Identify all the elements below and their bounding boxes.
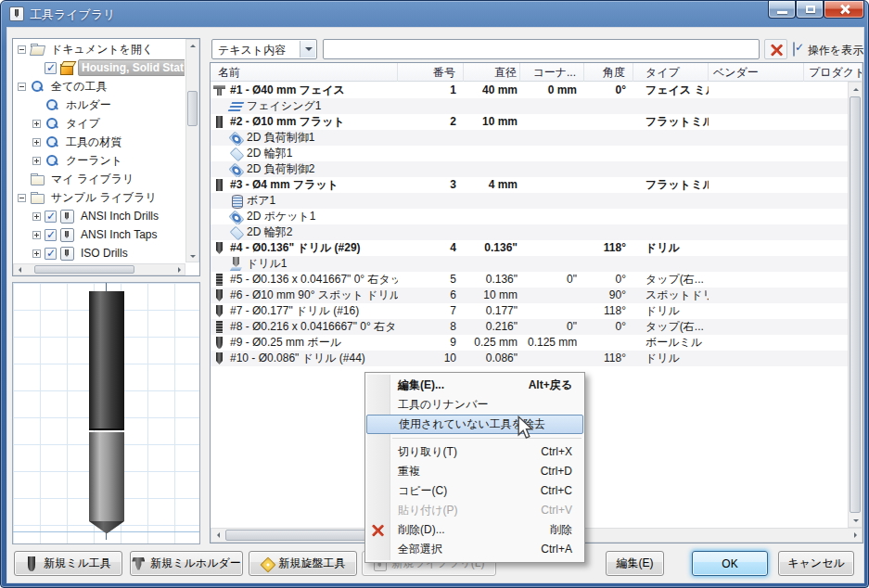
table-row[interactable]: #10 - Ø0.086" ドリル (#44) 10 0.086" 118° ド… xyxy=(211,351,848,366)
tree-item[interactable]: ISO Drills xyxy=(14,244,185,262)
table-row[interactable]: #3 - Ø4 mm フラット 3 4 mm フラットミル xyxy=(211,177,848,193)
search-input[interactable] xyxy=(323,39,760,59)
table-row[interactable]: #2 - Ø10 mm フラット 2 10 mm フラットミル xyxy=(211,114,848,130)
table-row[interactable]: #8 - Ø0.216 x 0.0416667" 0° 右タップ (... 8 … xyxy=(211,319,848,335)
scroll-down-icon[interactable] xyxy=(186,249,198,262)
menu-item[interactable]: 全部選択 Ctrl+A xyxy=(366,540,583,559)
column-header[interactable]: ベンダー xyxy=(709,63,804,82)
scroll-right-icon[interactable] xyxy=(849,530,861,542)
table-row[interactable]: 2D 輪郭2 xyxy=(211,224,848,240)
scroll-down-icon[interactable] xyxy=(850,514,862,526)
tree-item-label[interactable]: ISO Drills xyxy=(78,246,131,261)
scroll-left-icon[interactable] xyxy=(14,264,26,276)
tree-item[interactable]: 全ての工具 xyxy=(14,77,185,96)
expander-icon[interactable] xyxy=(32,120,41,128)
scrollbar-thumb[interactable] xyxy=(34,265,134,274)
table-row[interactable]: #5 - Ø0.136 x 0.041667" 0° 右タップ (Ø... 5 … xyxy=(211,272,848,288)
menu-item[interactable]: 工具のリナンバー xyxy=(366,395,583,415)
expander-icon[interactable] xyxy=(32,138,41,147)
tree-item-label[interactable]: サンプル ライブラリ xyxy=(48,189,160,207)
ok-button[interactable]: OK xyxy=(692,551,768,576)
table-vertical-scrollbar[interactable] xyxy=(848,82,863,528)
column-header[interactable]: プロダクト II xyxy=(804,63,863,82)
table-row[interactable]: ドリル1 xyxy=(211,256,848,272)
tree-checkbox[interactable] xyxy=(45,229,57,241)
menu-item[interactable]: 削除(D)... 削除 xyxy=(366,520,583,540)
new-mill-holder-button[interactable]: 新規ミルホルダー xyxy=(130,551,243,576)
tree-item[interactable]: ドキュメントを開く xyxy=(14,40,185,58)
edit-button[interactable]: 編集(E) xyxy=(606,551,664,576)
tree-item[interactable]: タイプ xyxy=(14,114,185,133)
column-header[interactable]: 直径 xyxy=(471,63,520,82)
table-row[interactable]: #6 - Ø10 mm 90° スポット ドリル 6 10 mm 90° スポッ… xyxy=(211,288,848,303)
expander-icon[interactable] xyxy=(18,194,26,202)
tree-item-label[interactable]: ANSI Inch Taps xyxy=(78,227,160,242)
tree-item-label[interactable]: 全ての工具 xyxy=(48,78,110,96)
tree-item[interactable]: 工具の材質 xyxy=(14,133,185,151)
table-row[interactable]: #4 - Ø0.136" ドリル (#29) 4 0.136" 118° ドリル xyxy=(211,240,848,256)
expander-icon[interactable] xyxy=(32,212,41,221)
table-row[interactable]: 2D 負荷制御2 xyxy=(211,161,848,177)
tree-item-label[interactable]: クーラント xyxy=(63,152,125,170)
menu-item[interactable]: 使用されていない工具を除去 xyxy=(366,415,583,434)
column-header[interactable]: 角度 xyxy=(592,63,633,82)
new-lathe-tool-button[interactable]: 新規旋盤工具 xyxy=(249,551,357,576)
tree-checkbox[interactable] xyxy=(45,211,57,223)
tree-item-label[interactable]: ドキュメントを開く xyxy=(48,41,156,58)
scrollbar-thumb[interactable] xyxy=(850,96,861,513)
scrollbar-thumb[interactable] xyxy=(187,91,198,126)
menu-item[interactable]: 編集(E)... Alt+戻る xyxy=(366,376,583,395)
table-row[interactable]: 2D 負荷制御1 xyxy=(211,130,848,146)
tree-item[interactable]: マイ ライブラリ xyxy=(14,170,185,188)
menu-item[interactable]: 切り取り(T) Ctrl+X xyxy=(366,442,583,462)
scroll-right-icon[interactable] xyxy=(173,264,185,276)
table-row[interactable]: 2D 輪郭1 xyxy=(211,146,848,161)
tree-item[interactable]: ホルダー xyxy=(14,96,185,114)
table-row[interactable]: #1 - Ø40 mm フェイス 1 40 mm 0 mm 0° フェイス ミル xyxy=(211,83,848,98)
cancel-button[interactable]: キャンセル xyxy=(778,551,854,576)
tree-item-label[interactable]: 工具の材質 xyxy=(63,134,124,151)
tree-checkbox[interactable] xyxy=(45,248,57,260)
tree-item-label[interactable]: ホルダー xyxy=(63,96,114,114)
new-mill-tool-button[interactable]: 新規ミル工具 xyxy=(14,551,122,576)
tree-item-label[interactable]: マイ ライブラリ xyxy=(48,171,136,188)
column-header[interactable]: 番号 xyxy=(400,63,464,82)
tree-item[interactable]: クーラント xyxy=(14,151,185,170)
tree-horizontal-scrollbar[interactable] xyxy=(13,263,185,275)
filter-mode-dropdown[interactable]: テキスト内容 xyxy=(211,39,317,59)
expander-icon[interactable] xyxy=(18,45,26,54)
menu-item[interactable]: コピー(C) Ctrl+C xyxy=(366,481,583,501)
maximize-button[interactable] xyxy=(796,1,824,19)
column-header[interactable]: タイプ xyxy=(641,63,709,82)
expander-icon[interactable] xyxy=(32,249,41,258)
column-header[interactable]: コーナ... xyxy=(528,63,584,82)
scroll-up-icon[interactable] xyxy=(186,40,198,52)
minimize-button[interactable] xyxy=(768,1,796,19)
tree-item[interactable]: ANSI Inch Drills xyxy=(14,207,185,225)
table-row[interactable]: #9 - Ø0.25 mm ボール 9 0.25 mm 0.125 mm ボール… xyxy=(211,335,848,351)
expander-icon[interactable] xyxy=(32,157,41,165)
tree-vertical-scrollbar[interactable] xyxy=(185,39,199,262)
tree-item[interactable]: Housing, Solid Stat xyxy=(14,58,185,77)
title-bar[interactable]: 工具ライブラリ xyxy=(1,1,868,27)
table-row[interactable]: ボア1 xyxy=(211,193,848,209)
scroll-left-icon[interactable] xyxy=(212,530,224,542)
tree-item[interactable]: ANSI Inch Taps xyxy=(14,225,185,244)
scroll-up-icon[interactable] xyxy=(850,83,862,96)
expander-icon[interactable] xyxy=(18,83,26,91)
close-button[interactable] xyxy=(824,1,864,19)
table-row[interactable]: 2D ポケット1 xyxy=(211,209,848,224)
table-row[interactable]: フェイシング1 xyxy=(211,98,848,114)
show-operations-checkbox[interactable] xyxy=(793,42,795,57)
chevron-down-icon[interactable] xyxy=(300,41,315,58)
expander-icon[interactable] xyxy=(32,231,41,239)
menu-item[interactable]: 重複 Ctrl+D xyxy=(366,462,583,481)
tree-item-label[interactable]: Housing, Solid Stat xyxy=(78,59,185,76)
tree-item-label[interactable]: タイプ xyxy=(63,115,103,133)
column-header[interactable]: 名前 xyxy=(212,63,398,82)
tree-item-label[interactable]: ANSI Inch Drills xyxy=(78,209,161,224)
clear-search-button[interactable] xyxy=(764,39,787,59)
table-row[interactable]: #7 - Ø0.177" ドリル (#16) 7 0.177" 118° ドリル xyxy=(211,303,848,319)
tree-item[interactable]: サンプル ライブラリ xyxy=(14,188,185,207)
tree-checkbox[interactable] xyxy=(45,62,57,74)
